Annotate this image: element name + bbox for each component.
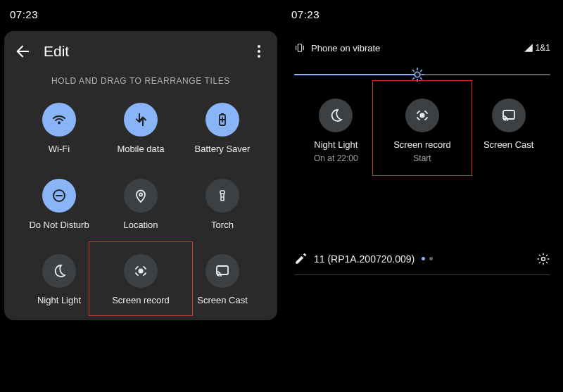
page-title: Edit: [44, 43, 69, 60]
edit-tiles-panel: Edit HOLD AND DRAG TO REARRANGE TILES Wi…: [4, 31, 277, 320]
build-label: 11 (RP1A.200720.009): [314, 253, 415, 265]
tile-location[interactable]: Location: [100, 179, 182, 231]
page-indicator: [422, 257, 433, 260]
tile-dnd[interactable]: Do Not Disturb: [18, 179, 100, 231]
cast-icon: [492, 99, 526, 132]
nightlight-icon: [319, 99, 353, 132]
rearrange-hint: HOLD AND DRAG TO REARRANGE TILES: [4, 72, 277, 99]
clock: 07:23: [291, 8, 320, 20]
tile-label: Screen Cast: [483, 139, 534, 151]
tile-label: Wi-Fi: [49, 144, 70, 155]
status-bar-left: 07:23: [0, 0, 282, 28]
tile-label: Do Not Disturb: [29, 220, 89, 231]
qs-tile-screen-record[interactable]: Screen record Start: [379, 99, 466, 163]
svg-line-18: [412, 78, 414, 80]
qs-tile-row: Night Light On at 22:00 Screen record St…: [290, 99, 555, 163]
tile-wifi[interactable]: Wi-Fi: [18, 103, 100, 155]
tile-mobile-data[interactable]: Mobile data: [100, 103, 182, 155]
tile-grid: Wi-Fi Mobile data Battery Saver Do Not D: [4, 99, 277, 313]
vibrate-icon: [294, 42, 305, 53]
tile-sublabel: On at 22:00: [314, 153, 358, 163]
highlight-annotation: [372, 80, 473, 176]
tile-label: Location: [123, 220, 158, 231]
brightness-thumb-icon: [410, 68, 424, 82]
qs-tile-night-light[interactable]: Night Light On at 22:00: [293, 99, 379, 163]
tile-screen-record[interactable]: Screen record: [100, 254, 182, 306]
svg-point-9: [217, 274, 218, 276]
tile-battery-saver[interactable]: Battery Saver: [182, 103, 263, 155]
signal-status: 1&1: [524, 43, 550, 53]
edit-header: Edit: [4, 31, 277, 72]
slider-fill: [294, 74, 417, 75]
tile-night-light[interactable]: Night Light: [18, 254, 100, 306]
tile-torch[interactable]: Torch: [182, 179, 263, 231]
nightlight-icon: [42, 254, 76, 288]
svg-point-4: [139, 193, 142, 196]
wifi-icon: [42, 103, 76, 137]
quick-settings-panel: Phone on vibrate 1&1 Night Light On at 2…: [282, 28, 563, 275]
tile-label: Mobile data: [117, 144, 164, 155]
edit-pencil-icon[interactable]: [294, 253, 307, 265]
tile-label: Screen Cast: [197, 295, 248, 306]
svg-point-11: [415, 72, 420, 77]
qs-tile-screen-cast[interactable]: Screen Cast: [465, 99, 552, 163]
status-row: Phone on vibrate 1&1: [290, 34, 555, 63]
svg-rect-21: [503, 110, 514, 119]
status-bar-right: 07:23: [282, 0, 563, 28]
settings-gear-icon[interactable]: [536, 252, 550, 266]
back-arrow-icon[interactable]: [14, 43, 31, 60]
tile-label: Battery Saver: [195, 144, 251, 155]
mobiledata-icon: [124, 103, 158, 137]
dnd-icon: [42, 179, 76, 213]
build-row: 11 (RP1A.200720.009): [290, 246, 555, 272]
svg-line-16: [412, 70, 414, 72]
tile-label: Torch: [211, 220, 234, 231]
ringer-label: Phone on vibrate: [311, 43, 380, 53]
svg-line-17: [420, 78, 422, 80]
svg-rect-1: [221, 113, 224, 115]
svg-line-19: [420, 70, 422, 72]
svg-point-6: [222, 196, 223, 198]
svg-rect-5: [220, 191, 224, 194]
divider: [294, 274, 550, 275]
svg-point-22: [503, 119, 505, 120]
more-options-icon[interactable]: [251, 43, 267, 60]
svg-point-23: [542, 257, 545, 260]
tile-label: Night Light: [37, 295, 81, 306]
highlight-annotation: [89, 241, 193, 316]
tile-label: Night Light: [314, 139, 358, 151]
location-icon: [124, 179, 158, 213]
carrier-label: 1&1: [536, 43, 550, 53]
svg-rect-10: [298, 44, 301, 52]
svg-rect-8: [217, 266, 228, 274]
battery-icon: [205, 103, 239, 137]
cast-icon: [205, 254, 239, 288]
torch-icon: [205, 179, 239, 213]
signal-icon: [524, 43, 533, 53]
clock: 07:23: [10, 8, 38, 20]
tile-screen-cast[interactable]: Screen Cast: [182, 254, 263, 306]
